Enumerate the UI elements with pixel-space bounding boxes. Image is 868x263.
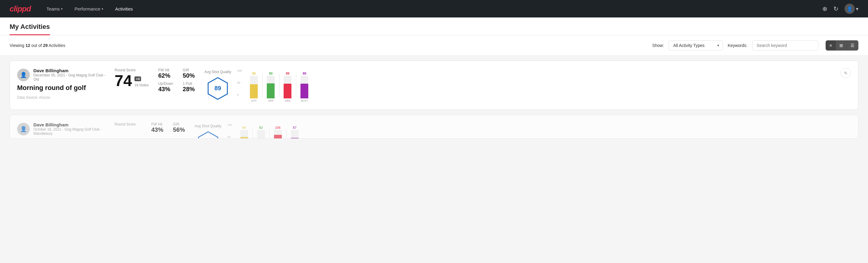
bar-fill-putt2 [291,138,299,139]
bar-container-arg2 [274,130,282,139]
chart-y-50: 50 [237,81,242,84]
oneputt-label: 1 Putt [183,82,195,86]
page-header: My Activities [0,18,868,35]
bar-group-arg2: 106 ARG [270,126,286,139]
score-row: 74 +4 18 Holes [115,73,149,88]
gir-putt-block: GIR 50% 1 Putt 28% [183,68,195,102]
card-left: 👤 Dave Billingham December 05, 2021 - Go… [17,68,107,99]
hexagon [196,130,220,139]
gir-item: GIR 56% [173,122,185,133]
list-detail-icon: ☰ [850,43,855,48]
bar-container-app [267,76,275,98]
nav-activities-label: Activities [115,6,133,11]
avatar: 👤 [17,68,30,81]
add-button[interactable]: ⊕ [822,5,828,12]
show-label: Show: [652,43,664,48]
gir-label: GIR [183,68,195,72]
fw-hit-value: 62% [158,72,173,79]
grid-icon: ⊞ [839,43,843,48]
user-info: Dave Billingham October 16, 2021 - Gog M… [33,122,107,136]
viewing-count: 12 [26,43,30,48]
activity-card: 👤 Dave Billingham October 16, 2021 - Gog… [10,115,858,139]
list-compact-icon: ≡ [830,43,832,48]
chevron-down-icon: ▾ [856,6,858,12]
fw-hit-label: FW Hit [158,68,173,72]
score-value: 74 [115,73,132,88]
bar-container-putt [301,76,308,98]
svg-marker-2 [198,132,218,139]
user-name: Dave Billingham [33,122,107,127]
updown-item: Up/Down 43% [158,82,173,93]
shot-quality-block: Avg Shot Quality 89 100 50 0 [205,68,833,102]
oneputt-item: 1 Putt 28% [183,82,195,93]
user-menu[interactable]: 👤 ▾ [844,4,858,14]
round-score-block: Round Score 74 +4 18 Holes [115,68,149,102]
nav-activities[interactable]: Activities [114,6,134,11]
shot-quality-label: Avg Shot Quality [205,70,231,74]
bar-container-ott [250,76,258,98]
chart-y-0: 0 [237,93,242,96]
bar-fill-arg [284,84,291,99]
data-source: Data Source: Arccos [17,95,107,99]
bar-group-arg: 89 ARG [279,71,296,102]
shot-quality-label: Avg Shot Quality [195,124,221,128]
avatar: 👤 [844,4,855,14]
gir-value: 50% [183,72,195,79]
activity-type-select-wrapper: All Activity Types [669,40,723,51]
round-score-block: Round Score [115,122,142,139]
fw-gir-block: FW Hit 62% Up/Down 43% [158,68,173,102]
activity-meta: December 05, 2021 - Gog Magog Golf Club … [33,73,107,82]
score-badge: +4 [134,77,142,81]
holes-value: 18 Holes [134,83,149,87]
view-list-detail-button[interactable]: ☰ [847,40,858,50]
keywords-label: Keywords: [727,43,747,48]
hexagon-wrapper: Avg Shot Quality [195,124,221,139]
refresh-button[interactable]: ↻ [833,5,839,12]
bar-value-ott: 85 [252,71,256,75]
filter-bar: Viewing 12 out of 29 Activities Show: Al… [0,35,868,56]
gir-item: GIR 50% [183,68,195,79]
user-info: Dave Billingham December 05, 2021 - Gog … [33,68,107,82]
card-edit: ✎ [841,68,851,78]
activity-date: October 16, 2021 [33,127,61,132]
updown-label: Up/Down [158,82,173,86]
shot-quality-block: Avg Shot Quality 100 50 0 [195,122,851,139]
nav-teams-label: Teams [46,6,60,11]
search-input[interactable] [752,40,818,51]
view-grid-button[interactable]: ⊞ [836,40,847,50]
avatar: 👤 [17,123,30,136]
bar-label-arg: ARG [285,99,291,102]
navbar: clippd Teams ▾ Performance ▾ Activities … [0,0,868,18]
bar-value-app: 90 [269,71,273,75]
bar-fill2 [240,137,248,139]
nav-performance[interactable]: Performance ▾ [73,6,104,11]
bar-value-putt2: 87 [293,126,297,129]
logo[interactable]: clippd [10,4,31,13]
activity-type-select[interactable]: All Activity Types [669,40,723,51]
bar-value-arg: 89 [286,71,289,75]
fw-gir-block: FW Hit 43% [151,122,163,139]
hexagon: 89 [206,77,230,100]
bar-group-ott2: 94 OTT [236,126,252,139]
chevron-down-icon: ▾ [61,7,63,10]
viewing-suffix: Activities [49,43,65,48]
hexagon-wrapper: Avg Shot Quality 89 [205,70,231,100]
activity-card: 👤 Dave Billingham December 05, 2021 - Go… [10,60,858,110]
view-list-compact-button[interactable]: ≡ [826,40,836,50]
gir-label: GIR [173,122,185,126]
svg-text:89: 89 [214,85,221,91]
mini-chart: 100 50 0 85 OTT [237,68,833,102]
nav-performance-label: Performance [74,6,100,11]
fw-hit-item: FW Hit 43% [151,122,163,133]
gir-value: 56% [173,126,185,133]
edit-button[interactable]: ✎ [841,68,851,78]
user-icon: 👤 [847,6,852,12]
bar-group-app2: 82 APP [253,126,269,139]
nav-teams[interactable]: Teams ▾ [45,6,64,11]
bar-container-app2 [257,130,265,139]
bar-label-putt: PUTT [301,99,308,102]
bar-container-putt2 [291,130,299,139]
viewing-count-text: Viewing 12 out of 29 Activities [10,43,65,48]
bar-value-ott2: 94 [242,126,246,129]
bar-fill-app [267,83,275,98]
